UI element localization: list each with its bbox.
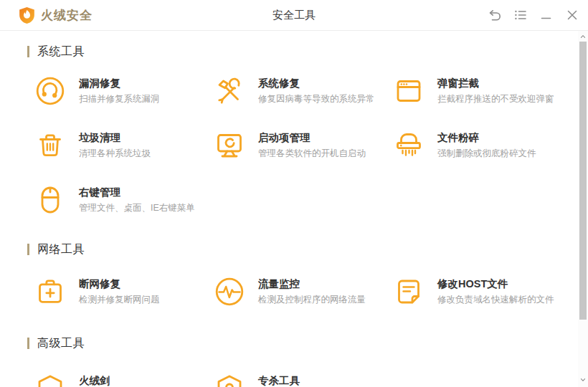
tool-text: 流量监控检测及控制程序的网络流量 (258, 276, 366, 313)
brand: 火绒安全 (19, 0, 93, 30)
tool-title: 弹窗拦截 (437, 77, 554, 90)
host-file-icon (393, 276, 425, 307)
tool-text: 右键管理管理文件、桌面、IE右键菜单 (79, 184, 195, 221)
tool-desc: 修复因病毒等导致的系统异常 (258, 94, 375, 104)
section: 网络工具断网修复检测并修复断网问题流量监控检测及控制程序的网络流量修改HOST文… (0, 243, 578, 313)
section-header: 高级工具 (27, 337, 578, 350)
section-header: 网络工具 (27, 243, 578, 256)
tool-item[interactable]: 右键管理管理文件、桌面、IE右键菜单 (34, 184, 209, 221)
tool-item[interactable]: 垃圾清理清理各种系统垃圾 (34, 130, 209, 167)
tool-desc: 强制删除或彻底粉碎文件 (437, 148, 536, 158)
tool-item[interactable]: 漏洞修复扫描并修复系统漏洞 (34, 75, 209, 113)
scroll-up-button[interactable] (578, 32, 588, 42)
close-button[interactable] (564, 8, 579, 23)
back-button[interactable] (487, 8, 502, 23)
tool-title: 文件粉碎 (437, 132, 536, 144)
close-icon (565, 8, 579, 22)
tool-title: 修改HOST文件 (437, 278, 554, 290)
tool-title: 系统修复 (258, 77, 375, 90)
tool-text: 专杀工具 (258, 373, 300, 387)
section-accent-bar (27, 338, 29, 349)
tool-item[interactable]: 火绒剑 (34, 373, 209, 387)
popup-block-icon (393, 75, 425, 107)
tool-title: 火绒剑 (79, 375, 110, 387)
vulnerability-fix-icon (34, 75, 66, 107)
minimize-button[interactable] (539, 8, 554, 23)
titlebar: 安全工具 火绒安全 (0, 0, 588, 31)
tool-title: 断网修复 (79, 278, 160, 290)
section-label: 高级工具 (37, 336, 85, 351)
section: 高级工具火绒剑专杀工具 (0, 337, 578, 387)
tool-text: 修改HOST文件修改负责域名快速解析的文件 (437, 276, 554, 313)
list-menu-icon (513, 8, 528, 22)
tool-text: 断网修复检测并修复断网问题 (79, 276, 160, 313)
huorong-shield-flame-logo (19, 6, 35, 24)
tool-item[interactable]: 专杀工具 (214, 373, 389, 387)
special-kill-icon (214, 373, 245, 387)
tool-text: 垃圾清理清理各种系统垃圾 (79, 130, 151, 167)
junk-clean-icon (34, 130, 66, 161)
tool-item[interactable]: 系统修复修复因病毒等导致的系统异常 (214, 75, 389, 113)
scrollbar[interactable] (578, 31, 588, 387)
tool-text: 系统修复修复因病毒等导致的系统异常 (258, 75, 375, 113)
tool-text: 漏洞修复扫描并修复系统漏洞 (79, 75, 160, 113)
tool-grid: 漏洞修复扫描并修复系统漏洞系统修复修复因病毒等导致的系统异常弹窗拦截拦截程序推送… (34, 75, 578, 221)
startup-manager-icon (214, 130, 245, 161)
tool-desc: 检测及控制程序的网络流量 (258, 295, 366, 305)
tool-text: 启动项管理管理各类软件的开机自启动 (258, 130, 366, 167)
huorong-sword-icon (34, 373, 66, 387)
tool-desc: 扫描并修复系统漏洞 (79, 94, 160, 104)
section-label: 网络工具 (37, 242, 85, 257)
tool-desc: 清理各种系统垃圾 (79, 148, 151, 158)
minimize-icon (539, 8, 554, 22)
tool-item[interactable]: 断网修复检测并修复断网问题 (34, 276, 209, 313)
traffic-monitor-icon (214, 276, 245, 307)
tool-item[interactable]: 文件粉碎强制删除或彻底粉碎文件 (393, 130, 568, 167)
section-accent-bar (27, 46, 29, 57)
tool-grid: 火绒剑专杀工具 (34, 373, 578, 387)
file-shredder-icon (393, 130, 425, 161)
section: 系统工具漏洞修复扫描并修复系统漏洞系统修复修复因病毒等导致的系统异常弹窗拦截拦截… (0, 45, 578, 221)
scroll-down-button[interactable] (578, 376, 588, 386)
window-controls (487, 0, 579, 30)
context-menu-manager-icon (34, 184, 66, 216)
scroll-down-icon (579, 374, 587, 387)
tool-text: 文件粉碎强制删除或彻底粉碎文件 (437, 130, 536, 167)
tool-title: 流量监控 (258, 278, 366, 290)
tool-item[interactable]: 流量监控检测及控制程序的网络流量 (214, 276, 389, 313)
tool-desc: 拦截程序推送的不受欢迎弹窗 (437, 94, 554, 104)
tool-sections: 系统工具漏洞修复扫描并修复系统漏洞系统修复修复因病毒等导致的系统异常弹窗拦截拦截… (0, 31, 578, 387)
menu-button[interactable] (513, 8, 528, 23)
brand-name: 火绒安全 (41, 7, 93, 24)
tool-title: 漏洞修复 (79, 77, 160, 90)
tool-desc: 修改负责域名快速解析的文件 (437, 295, 554, 305)
tool-item[interactable]: 修改HOST文件修改负责域名快速解析的文件 (393, 276, 568, 313)
tool-text: 火绒剑 (79, 373, 110, 387)
tool-desc: 管理文件、桌面、IE右键菜单 (79, 203, 195, 213)
tool-title: 启动项管理 (258, 132, 366, 144)
tool-desc: 检测并修复断网问题 (79, 295, 160, 305)
scrollbar-thumb[interactable] (579, 42, 587, 320)
tool-item[interactable]: 启动项管理管理各类软件的开机自启动 (214, 130, 389, 167)
tool-grid: 断网修复检测并修复断网问题流量监控检测及控制程序的网络流量修改HOST文件修改负… (34, 276, 578, 313)
tool-desc: 管理各类软件的开机自启动 (258, 148, 366, 158)
tool-item[interactable]: 弹窗拦截拦截程序推送的不受欢迎弹窗 (393, 75, 568, 113)
tool-title: 专杀工具 (258, 375, 300, 387)
section-label: 系统工具 (37, 44, 85, 59)
tool-title: 垃圾清理 (79, 132, 151, 144)
network-fix-icon (34, 276, 66, 307)
tool-title: 右键管理 (79, 186, 195, 199)
undo-arrow-icon (488, 8, 502, 22)
section-accent-bar (27, 244, 29, 255)
huorong-security-tools-window: 安全工具 火绒安全 系统工具漏洞修复扫描并修复系统漏洞系统修复修复因病毒等导致的… (0, 0, 588, 387)
section-header: 系统工具 (27, 45, 578, 58)
tool-text: 弹窗拦截拦截程序推送的不受欢迎弹窗 (437, 75, 554, 113)
system-repair-icon (214, 75, 245, 107)
